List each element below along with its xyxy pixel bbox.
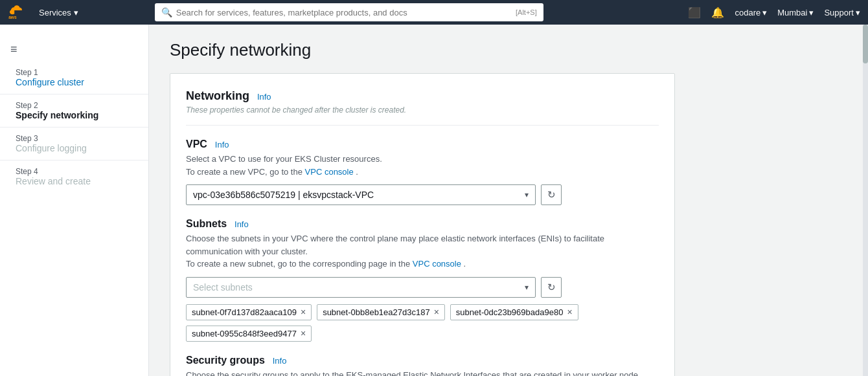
scrollbar-thumb[interactable] [863,25,868,63]
subnet-tag-3: subnet-0955c848f3eed9477 × [186,326,312,342]
step2-name: Specify networking [16,110,133,120]
subnet-tag-label-2: subnet-0dc23b969bada9e80 [456,307,564,317]
support-label: Support [824,8,854,17]
step3-name: Configure logging [16,143,133,153]
top-navigation: aws Services ▾ 🔍 [Alt+S] ⬛ 🔔 codare ▾ Mu… [0,0,868,25]
subnets-dropdown[interactable]: Select subnets ▾ [186,277,536,298]
vpc-desc-line2-suffix: . [356,167,358,177]
security-groups-info-link[interactable]: Info [273,356,287,366]
aws-logo[interactable]: aws [8,5,31,19]
subnets-select-row: Select subnets ▾ ↻ [186,277,659,298]
step4-label: Step 4 [16,167,133,176]
hamburger-button[interactable]: ≡ [0,38,148,61]
subnet-tag-label-1: subnet-0bb8eb1ea27d3c187 [323,307,430,317]
subnet-tag-2: subnet-0dc23b969bada9e80 × [450,304,578,320]
subnets-dropdown-arrow-icon: ▾ [525,283,529,292]
security-groups-desc-line1: Choose the security groups to apply to t… [186,370,638,377]
vpc-refresh-button[interactable]: ↻ [541,184,562,205]
subnets-refresh-button[interactable]: ↻ [541,277,562,298]
app-body: ≡ Step 1 Configure cluster Step 2 Specif… [0,25,868,376]
services-label: Services [39,8,71,17]
scrollbar[interactable] [863,25,868,376]
page-title: Specify networking [170,40,847,60]
user-menu[interactable]: codare ▾ [735,8,767,17]
region-chevron-icon: ▾ [809,8,814,17]
vpc-field-group: VPC Info Select a VPC to use for your EK… [186,138,659,205]
region-menu[interactable]: Mumbai ▾ [777,8,814,17]
global-search-bar: 🔍 [Alt+S] [155,3,543,21]
search-input[interactable] [176,8,512,17]
networking-title: Networking [186,89,249,102]
vpc-label: VPC [186,138,207,149]
step2-label: Step 2 [16,101,133,110]
subnet-tag-close-3[interactable]: × [301,329,306,338]
security-groups-label: Security groups [186,355,265,366]
cloud-shell-icon[interactable]: ⬛ [688,6,701,19]
vpc-desc-line2-prefix: To create a new VPC, go to the [186,167,305,177]
subnets-tags: subnet-0f7d137d82aaca109 × subnet-0bb8eb… [186,304,659,342]
subnets-info-link[interactable]: Info [234,219,249,229]
subnets-field-group: Subnets Info Choose the subnets in your … [186,218,659,342]
subnets-desc-line2-prefix: To create a new subnet, go to the corres… [186,259,413,269]
step3-nav: Step 3 Configure logging [0,127,148,160]
networking-section-header: Networking Info These properties cannot … [186,89,659,115]
subnets-desc-line2-suffix: . [464,259,466,269]
subnet-tag-label-3: subnet-0955c848f3eed9477 [192,329,297,338]
nav-right-section: ⬛ 🔔 codare ▾ Mumbai ▾ Support ▾ [688,6,860,19]
subnets-vpc-console-link[interactable]: VPC console [413,259,461,269]
subnets-desc: Choose the subnets in your VPC where the… [186,232,659,271]
subnet-tag-1: subnet-0bb8eb1ea27d3c187 × [317,304,445,320]
vpc-desc: Select a VPC to use for your EKS Cluster… [186,153,659,178]
step4-name: Review and create [16,176,133,186]
step4-nav: Step 4 Review and create [0,160,148,193]
subnets-placeholder: Select subnets [193,282,253,293]
vpc-select-row: vpc-03e36b586c5075219 | eksvpcstack-VPC … [186,184,659,205]
vpc-console-link[interactable]: VPC console [305,167,354,177]
step2-nav: Step 2 Specify networking [0,94,148,127]
subnet-tag-close-0[interactable]: × [301,307,306,316]
networking-info-link[interactable]: Info [257,92,271,102]
vpc-desc-line1: Select a VPC to use for your EKS Cluster… [186,154,382,164]
networking-subtitle: These properties cannot be changed after… [186,105,659,115]
subnet-tag-label-0: subnet-0f7d137d82aaca109 [192,307,297,317]
services-chevron-icon: ▾ [74,8,78,17]
services-menu-button[interactable]: Services ▾ [39,8,78,17]
subnet-tag-close-1[interactable]: × [434,307,439,316]
subnet-tag-close-2[interactable]: × [567,307,572,316]
main-content: Specify networking Networking Info These… [149,25,868,376]
step1-label: Step 1 [16,68,133,77]
username: codare [735,8,760,17]
vpc-selected-value: vpc-03e36b586c5075219 | eksvpcstack-VPC [193,190,374,200]
vpc-dropdown[interactable]: vpc-03e36b586c5075219 | eksvpcstack-VPC … [186,184,536,205]
step1-name[interactable]: Configure cluster [16,77,133,87]
security-groups-desc: Choose the security groups to apply to t… [186,369,659,377]
step1-nav: Step 1 Configure cluster [0,61,148,94]
subnets-desc-line1: Choose the subnets in your VPC where the… [186,234,604,256]
vpc-dropdown-arrow-icon: ▾ [525,190,529,199]
svg-text:aws: aws [8,15,17,19]
support-menu[interactable]: Support ▾ [824,8,860,17]
region-name: Mumbai [777,8,807,17]
vpc-info-link[interactable]: Info [215,140,229,149]
user-chevron-icon: ▾ [762,8,767,17]
networking-card: Networking Info These properties cannot … [170,73,675,376]
subnet-tag-0: subnet-0f7d137d82aaca109 × [186,304,312,320]
support-chevron-icon: ▾ [856,8,860,17]
search-icon: 🔍 [161,7,172,17]
step3-label: Step 3 [16,134,133,143]
sidebar: ≡ Step 1 Configure cluster Step 2 Specif… [0,25,149,376]
search-shortcut: [Alt+S] [516,8,537,16]
bell-icon[interactable]: 🔔 [711,6,724,19]
security-groups-field-group: Security groups Info Choose the security… [186,355,659,377]
subnets-label: Subnets [186,218,227,229]
